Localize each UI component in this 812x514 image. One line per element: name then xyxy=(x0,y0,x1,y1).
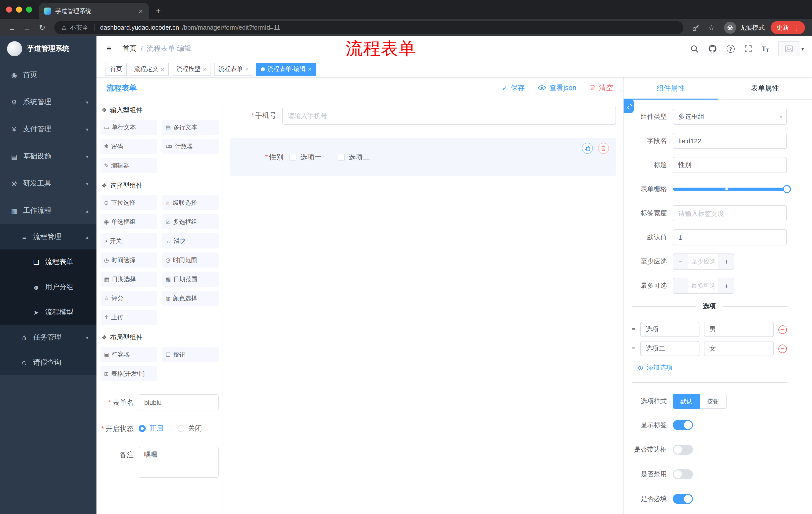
label-width-input[interactable] xyxy=(673,205,787,221)
tag-process-model[interactable]: 流程模型 × xyxy=(172,63,211,76)
component-item-input-text[interactable]: ▭单行文本 xyxy=(100,120,157,135)
sidebar-logo[interactable]: 芋道管理系统 xyxy=(0,36,96,61)
tab-form-props[interactable]: 表单属性 xyxy=(718,77,812,99)
tag-close-icon[interactable]: × xyxy=(245,65,249,73)
component-item-date-range[interactable]: ▩日期范围 xyxy=(162,272,219,287)
password-key-icon[interactable] xyxy=(689,24,704,32)
update-button[interactable]: 更新 ⋮ xyxy=(771,21,805,34)
component-item-select[interactable]: ⊙下拉选择 xyxy=(100,195,157,210)
back-icon[interactable]: ← xyxy=(5,23,19,32)
sidebar-item-process-model[interactable]: ➤ 流程模型 xyxy=(0,300,96,325)
link-handle-button[interactable] xyxy=(624,100,634,113)
border-switch[interactable] xyxy=(673,444,693,455)
gender-option2-checkbox[interactable]: 选项二 xyxy=(338,153,370,162)
component-item-switch[interactable]: ◑开关 xyxy=(100,233,157,248)
menu-kebab-icon[interactable]: ⋮ xyxy=(793,24,800,31)
tab-close-icon[interactable]: × xyxy=(138,7,144,15)
component-item-date-picker[interactable]: ▦日期选择 xyxy=(100,272,157,287)
drag-handle-icon[interactable]: ≡ xyxy=(632,326,635,333)
search-icon[interactable] xyxy=(690,45,698,53)
option-name-input[interactable] xyxy=(640,322,699,337)
title-input[interactable] xyxy=(673,157,787,173)
stepper-increase-button[interactable]: + xyxy=(719,254,734,269)
component-item-editor[interactable]: ✎编辑器 xyxy=(100,158,157,173)
slider-handle[interactable] xyxy=(783,185,791,193)
component-item-slider[interactable]: ↔滑块 xyxy=(162,233,219,248)
component-item-upload[interactable]: ↥上传 xyxy=(100,310,157,325)
option-name-input[interactable] xyxy=(640,341,699,356)
sidebar-item-workflow[interactable]: ▦ 工作流程 ▴ xyxy=(0,197,96,224)
status-off-radio[interactable]: 关闭 xyxy=(177,424,202,433)
tag-process-definition[interactable]: 流程定义 × xyxy=(129,63,169,76)
show-label-switch[interactable] xyxy=(673,420,693,430)
form-name-input[interactable] xyxy=(139,394,219,410)
default-value-input[interactable] xyxy=(673,229,787,245)
field-name-input[interactable] xyxy=(673,133,787,149)
component-type-select[interactable]: 多选框组 ▾ xyxy=(673,109,787,125)
component-item-checkbox-group[interactable]: ☑多选框组 xyxy=(162,214,219,229)
stepper-decrease-button[interactable]: − xyxy=(673,254,688,269)
security-label[interactable]: 不安全 xyxy=(70,23,89,32)
sidebar-item-infrastructure[interactable]: ▤ 基础设施 ▾ xyxy=(0,143,96,170)
address-bar[interactable]: ⚠ 不安全 dashboard.yudao.iocoder.cn/bpm/man… xyxy=(54,21,684,34)
sidebar-item-leave-query[interactable]: ☺ 请假查询 xyxy=(0,350,96,375)
clear-button[interactable]: 清空 xyxy=(589,83,613,92)
component-item-radio-group[interactable]: ◉单选框组 xyxy=(100,214,157,229)
sidebar-item-process-management[interactable]: ≡ 流程管理 ▴ xyxy=(0,224,96,249)
tab-component-props[interactable]: 组件属性 xyxy=(624,77,718,99)
component-item-password[interactable]: ✱密码 xyxy=(100,139,157,154)
add-option-button[interactable]: ⊕ 添加选项 xyxy=(638,363,787,372)
window-zoom-button[interactable] xyxy=(26,6,32,12)
tag-close-icon[interactable]: × xyxy=(161,65,164,73)
status-on-radio[interactable]: 开启 xyxy=(139,424,163,433)
tag-close-icon[interactable]: × xyxy=(308,65,312,73)
reload-icon[interactable]: ↻ xyxy=(35,23,49,32)
bookmark-star-icon[interactable]: ☆ xyxy=(705,24,718,32)
remove-option-button[interactable]: − xyxy=(778,325,787,334)
component-item-number[interactable]: 123计数器 xyxy=(162,139,219,154)
github-icon[interactable] xyxy=(708,44,717,53)
sidebar-item-payment[interactable]: ¥ 支付管理 ▾ xyxy=(0,116,96,143)
browser-tab[interactable]: 芋道管理系统 × xyxy=(39,3,149,19)
sidebar-item-devtools[interactable]: ⚒ 研发工具 ▾ xyxy=(0,170,96,197)
sidebar-item-process-form[interactable]: ❏ 流程表单 xyxy=(0,249,96,275)
sidebar-item-task-management[interactable]: ⋔ 任务管理 ▾ xyxy=(0,325,96,350)
view-json-button[interactable]: 查看json xyxy=(538,83,576,92)
component-item-table[interactable]: ⊞表格[开发中] xyxy=(100,366,157,381)
delete-field-button[interactable] xyxy=(598,143,609,154)
forward-icon[interactable]: → xyxy=(20,23,34,32)
option-value-input[interactable] xyxy=(704,341,774,356)
max-select-input[interactable] xyxy=(688,278,719,293)
component-item-cascader[interactable]: ⋔级联选择 xyxy=(162,195,219,210)
copy-field-button[interactable] xyxy=(582,143,593,154)
style-default-button[interactable]: 默认 xyxy=(673,394,700,409)
fullscreen-icon[interactable] xyxy=(744,45,752,53)
phone-input[interactable] xyxy=(282,107,616,125)
help-icon[interactable]: ? xyxy=(727,45,735,53)
user-avatar[interactable]: ▾ xyxy=(778,41,804,56)
style-button-button[interactable]: 按钮 xyxy=(700,394,727,409)
font-size-icon[interactable]: TT xyxy=(762,45,769,53)
gender-option1-checkbox[interactable]: 选项一 xyxy=(289,153,322,162)
tag-home[interactable]: 首页 xyxy=(106,63,127,76)
tag-process-form[interactable]: 流程表单 × xyxy=(214,63,253,76)
new-tab-button[interactable]: + xyxy=(149,3,168,19)
remove-option-button[interactable]: − xyxy=(778,344,787,353)
component-item-textarea[interactable]: ▤多行文本 xyxy=(162,120,219,135)
stepper-increase-button[interactable]: + xyxy=(719,278,734,293)
drag-handle-icon[interactable]: ≡ xyxy=(632,345,635,352)
component-item-time-range[interactable]: ◶时间范围 xyxy=(162,252,219,268)
breadcrumb-home[interactable]: 首页 xyxy=(123,44,137,53)
stepper-decrease-button[interactable]: − xyxy=(673,278,688,293)
required-switch[interactable] xyxy=(673,494,693,504)
window-close-button[interactable] xyxy=(6,6,12,12)
sidebar-collapse-icon[interactable]: ≡ xyxy=(105,44,114,54)
component-item-button[interactable]: ☐按钮 xyxy=(162,347,219,362)
sidebar-item-user-group[interactable]: ☻ 用户分组 xyxy=(0,275,96,300)
sidebar-item-system[interactable]: ⚙ 系统管理 ▾ xyxy=(0,88,96,116)
disabled-switch[interactable] xyxy=(673,469,693,479)
component-item-rate[interactable]: ☆评分 xyxy=(100,291,157,306)
grid-slider[interactable] xyxy=(673,181,787,197)
component-item-color-picker[interactable]: ◍颜色选择 xyxy=(162,291,219,306)
sidebar-item-home[interactable]: ◉ 首页 xyxy=(0,61,96,88)
